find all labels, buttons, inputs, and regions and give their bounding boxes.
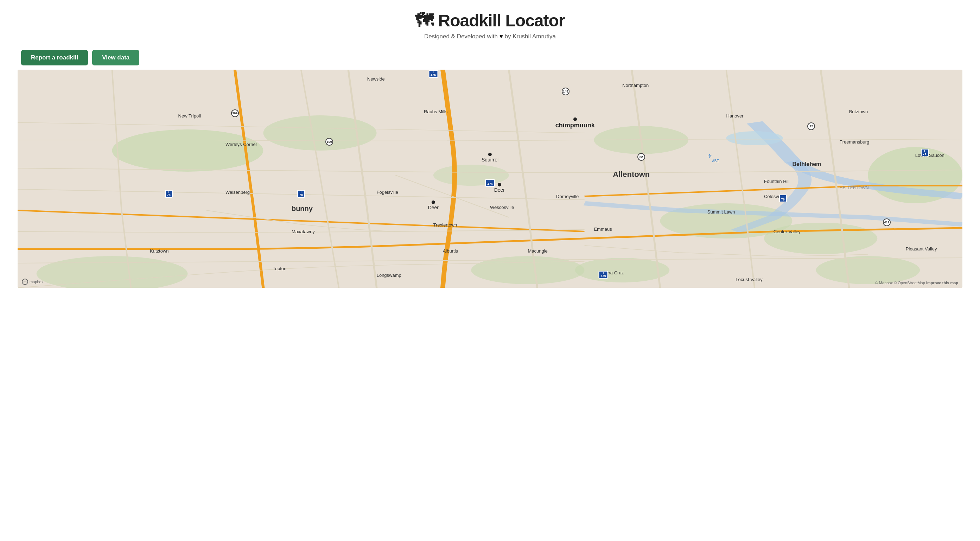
highway-shield: I78 <box>921 149 929 156</box>
report-roadkill-button[interactable]: Report a roadkill <box>21 50 88 65</box>
app-title: 🗺 Roadkill Locator <box>0 10 980 31</box>
highway-shield: 145 <box>562 88 570 95</box>
controls-bar: Report a roadkill View data <box>0 44 980 70</box>
highway-shield: 100 <box>325 138 333 146</box>
svg-point-5 <box>764 223 877 254</box>
highway-shield: 412 <box>883 218 891 226</box>
view-data-button[interactable]: View data <box>92 50 139 65</box>
highway-shield: I476 <box>485 179 495 187</box>
highway-shield: I78 <box>165 190 173 198</box>
improve-map-link[interactable]: Improve this map <box>926 281 958 285</box>
highway-shield: 22 <box>807 123 815 130</box>
app-header: 🗺 Roadkill Locator Designed & Developed … <box>0 0 980 44</box>
highway-shield: 309 <box>231 110 239 117</box>
map-attribution: © Mapbox © OpenStreetMap Improve this ma… <box>875 281 958 285</box>
svg-point-1 <box>112 129 264 172</box>
map-container[interactable]: ✈ ABE m mapbox © Mapbox © OpenStreetMap … <box>18 70 963 288</box>
mapbox-logo-circle: m <box>22 278 28 285</box>
book-icon: 🗺 <box>415 10 433 31</box>
svg-point-2 <box>263 115 376 151</box>
map-background: ✈ ABE m mapbox © Mapbox © OpenStreetMap … <box>18 70 963 288</box>
app-subtitle: Designed & Developed with ♥ by Krushil A… <box>0 33 980 40</box>
highway-shield: I78 <box>297 190 305 198</box>
highway-shield: I78 <box>779 194 787 202</box>
mapbox-text: mapbox <box>30 280 43 284</box>
heart-icon: ♥ <box>500 33 503 40</box>
highway-shield: 22 <box>637 153 645 161</box>
highway-shield: I476 <box>599 271 608 278</box>
airport-icon: ✈ <box>707 153 712 159</box>
svg-point-9 <box>575 258 670 282</box>
svg-point-11 <box>433 165 509 186</box>
mapbox-logo: m mapbox <box>22 278 43 285</box>
map-roads <box>18 70 963 288</box>
highway-shield: I476 <box>428 70 438 78</box>
svg-point-10 <box>816 256 920 284</box>
